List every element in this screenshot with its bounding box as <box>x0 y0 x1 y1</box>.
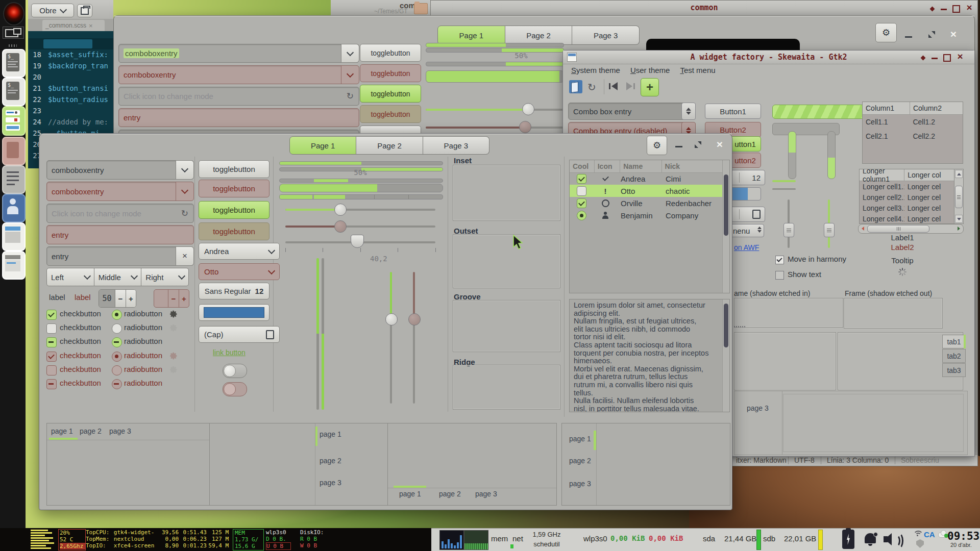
cloud-sync-icon[interactable] <box>938 530 948 537</box>
gtk2-menu-1[interactable]: System theme <box>567 65 624 76</box>
nb-tab-3[interactable]: page 3 <box>109 427 131 435</box>
window-stack-icon[interactable] <box>3 27 24 39</box>
front-page-tab-2[interactable]: Page 2 <box>356 136 423 155</box>
back-close-button[interactable]: × <box>949 29 958 39</box>
back-gear-button[interactable]: ⚙ <box>875 23 897 42</box>
back-page-tab-1[interactable]: Page 1 <box>437 26 505 45</box>
back-page-tab-2[interactable]: Page 2 <box>505 26 573 45</box>
front-gear-button[interactable]: ⚙ <box>647 136 667 155</box>
radiobutton-6[interactable] <box>112 379 122 389</box>
nb-tab-2[interactable]: page 2 <box>569 457 591 465</box>
spin-plus-button[interactable]: + <box>126 290 136 307</box>
dropdown-right[interactable]: Right <box>141 268 189 286</box>
togglebutton-3[interactable]: togglebutton <box>199 201 270 219</box>
radiobutton-5[interactable] <box>112 365 122 375</box>
gtk2-maximize-button[interactable] <box>943 54 951 62</box>
code-line[interactable]: 18$asset_suffix: <box>28 51 113 62</box>
open-button[interactable]: Obre <box>31 4 74 17</box>
table-row[interactable]: Cell2.1Cell2.2 <box>863 129 963 143</box>
refresh-icon[interactable]: ↻ <box>587 81 596 93</box>
front-mode-entry[interactable]: Click icon to change mode ↻ <box>46 204 194 223</box>
treeview-header-name[interactable]: Name <box>620 160 662 172</box>
dock-list-app-icon[interactable] <box>2 165 26 194</box>
front-minimize-button[interactable] <box>675 146 682 147</box>
nb-tab-2[interactable]: page 2 <box>439 490 461 498</box>
front-page-tab-3[interactable]: Page 3 <box>423 136 489 155</box>
gtk2-titlebar[interactable]: A widget factory - Skewaita - Gtk2 × <box>563 51 974 64</box>
nb-tab-1[interactable]: page 1 <box>569 435 591 443</box>
nb-tab-3[interactable]: page 3 <box>320 479 341 487</box>
code-line[interactable]: 21$button_transi <box>28 84 113 95</box>
gtk2-table-2-vscrollbar[interactable] <box>954 169 964 224</box>
row-checkbox[interactable] <box>577 174 586 184</box>
nb-tab-1[interactable]: page 1 <box>51 427 73 435</box>
treeview-row[interactable]: OrvilleRedenbacher <box>570 197 723 209</box>
cpu-graph[interactable] <box>439 530 464 550</box>
back-comboboxentry-1[interactable]: comboboxentry <box>118 44 359 63</box>
filemanager-titlebar[interactable]: com ~/Temes/GT <box>331 0 430 15</box>
notification-bell-icon[interactable] <box>864 532 878 545</box>
checkbutton-2[interactable] <box>46 323 57 334</box>
nb-tab-3[interactable]: page 3 <box>569 480 591 488</box>
table-row[interactable]: Longer cell3.1Longer cel <box>860 203 954 213</box>
font-button[interactable]: Sans Regular 12 <box>199 283 270 299</box>
treeview-header-cool[interactable]: Cool <box>570 160 595 172</box>
front-page-tab-1[interactable]: Page 1 <box>289 136 356 155</box>
back-minimize-button[interactable] <box>905 36 912 38</box>
gtk2-combo-spinner[interactable] <box>681 103 696 120</box>
mem-graph[interactable] <box>464 530 488 550</box>
gtk2-close-button[interactable]: × <box>956 52 964 61</box>
treeview-header-icon[interactable]: Icon <box>595 160 621 172</box>
checkbutton-4[interactable] <box>46 352 57 362</box>
gtk2-right-tab-2[interactable]: tab2 <box>942 349 966 363</box>
gear-icon[interactable] <box>170 366 178 375</box>
nb-tab-1[interactable]: page 1 <box>320 430 341 438</box>
treeview-row[interactable]: BenjaminCompany <box>570 209 723 221</box>
dock-window-app-icon-1[interactable] <box>2 222 26 251</box>
gtk2-table-2-hscrollbar[interactable] <box>858 224 964 234</box>
radiobutton-1[interactable] <box>112 310 122 320</box>
back-mode-entry[interactable]: Click icon to change mode ↻ <box>118 87 359 106</box>
row-checkbox[interactable] <box>577 198 586 208</box>
common-titlebar[interactable]: common × <box>431 1 977 16</box>
gtk2-right-tab-3[interactable]: tab3 <box>942 363 966 377</box>
tab-close-icon[interactable]: × <box>89 22 93 30</box>
gtk2-minimize-button[interactable] <box>932 58 938 59</box>
table-row[interactable]: Cell1.1Cell1.2 <box>863 115 963 129</box>
editor-tab[interactable]: _common.scss × <box>42 20 105 31</box>
checkbutton-6[interactable] <box>46 379 57 389</box>
hal-eye-icon[interactable] <box>3 2 24 26</box>
gtk2-button1-toggled-fragment[interactable]: utton1 <box>729 136 761 152</box>
gear-icon[interactable] <box>170 324 178 333</box>
radiobutton-4[interactable] <box>112 352 122 362</box>
gtk2-paper-size-button-fragment[interactable] <box>729 207 765 222</box>
nb-tab-2[interactable]: page 2 <box>80 427 102 435</box>
common-minimize-button[interactable] <box>941 9 947 10</box>
row-checkbox[interactable] <box>577 186 586 196</box>
treeview-row[interactable]: AndreaCimi <box>570 172 723 185</box>
back-togglebutton-3[interactable]: togglebutton <box>360 85 421 103</box>
table-header-cell[interactable]: Longer col <box>904 169 954 181</box>
go-first-icon[interactable] <box>609 82 619 90</box>
scale-pentagon-knob[interactable] <box>351 235 364 248</box>
dropdown-middle[interactable]: Middle <box>94 268 142 286</box>
keyboard-layout[interactable]: CA <box>924 530 935 539</box>
code-line[interactable]: 24//added by me: <box>28 118 113 129</box>
add-button[interactable]: + <box>641 78 659 96</box>
front-spinbutton[interactable]: 50 − + <box>99 289 136 308</box>
radiobutton-2[interactable] <box>112 323 122 334</box>
common-menu-button[interactable] <box>929 6 935 11</box>
checkbutton-3[interactable] <box>46 337 57 347</box>
dock-script-icon-2[interactable]: $_ <box>2 78 26 106</box>
radiobutton-3[interactable] <box>112 337 122 347</box>
dock-pink-app-icon[interactable] <box>2 137 26 165</box>
link-button[interactable]: link button <box>213 348 246 357</box>
dropdown-chevron-icon[interactable] <box>341 44 359 62</box>
dock-window-app-icon-2[interactable] <box>2 251 26 280</box>
checkbutton-1[interactable] <box>46 310 57 320</box>
gtk2-combo-entry[interactable]: Combo box entry <box>568 103 687 120</box>
battery-icon[interactable] <box>842 530 854 549</box>
front-entry-clear[interactable]: entry × <box>46 246 194 266</box>
wifi-icon[interactable] <box>913 531 921 537</box>
togglebutton-4[interactable]: togglebutton <box>199 222 270 240</box>
